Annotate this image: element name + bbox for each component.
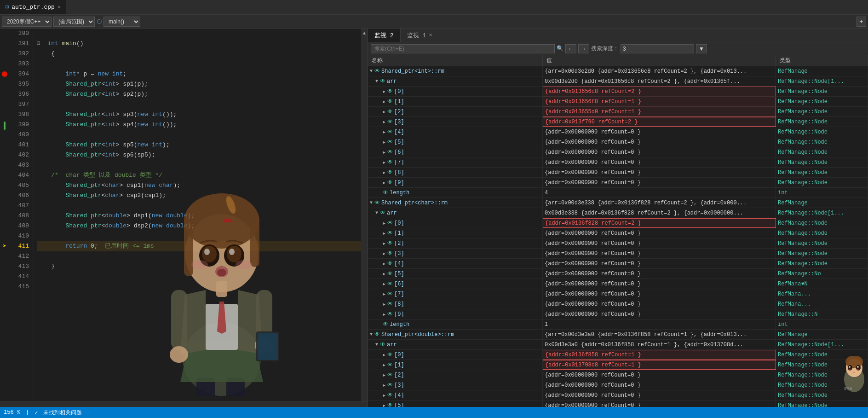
svg-rect-27 xyxy=(171,290,187,350)
code-line-414 xyxy=(37,272,361,282)
ln-414: 414 xyxy=(9,272,29,282)
depth-down-btn[interactable]: ▼ xyxy=(696,44,707,53)
expand-char-5[interactable] xyxy=(383,271,385,277)
watch-row-char-rm: 👁 Shared_ptr<char>::rm {arr=0x00d3e338 {… xyxy=(368,198,868,208)
ln-404: 404 xyxy=(9,170,29,180)
watch-table[interactable]: 名称 值 类型 👁 Shared_ptr<int>::rm {arr=0x00d… xyxy=(368,55,868,407)
cell-double-rm-name: 👁 Shared_ptr<double>::rm xyxy=(368,330,543,339)
cell-char-rm-name: 👁 Shared_ptr<char>::rm xyxy=(368,198,543,208)
code-line-400 xyxy=(37,130,361,140)
indicator-400 xyxy=(0,130,9,140)
watch-tab-1-close[interactable]: × xyxy=(429,32,432,39)
tab-close-btn[interactable]: × xyxy=(57,5,61,10)
watch-tab-bar: 监视 2 监视 1 × xyxy=(368,29,868,42)
expand-char-7[interactable] xyxy=(383,291,385,297)
expand-char-0[interactable] xyxy=(383,221,385,226)
expand-char-rm[interactable] xyxy=(370,200,373,205)
scroll-up-arrow[interactable]: ▲ xyxy=(363,30,366,37)
expand-int-9[interactable] xyxy=(383,180,385,186)
expand-char-1[interactable] xyxy=(383,231,385,236)
expand-int-1[interactable] xyxy=(383,99,385,104)
indicator-395 xyxy=(0,79,9,89)
expand-char-9[interactable] xyxy=(383,312,385,317)
code-scrollbar-right[interactable]: ▲ xyxy=(361,29,368,401)
expand-char-8[interactable] xyxy=(383,302,385,307)
watch-tab-1[interactable]: 监视 1 × xyxy=(401,29,439,42)
cell-double-1-value: {addr=0x013708d8 refCount=1 } xyxy=(543,360,776,370)
code-scrollbar-bottom[interactable] xyxy=(0,401,368,407)
cell-char-4-name: 👁[4] xyxy=(368,259,543,268)
cell-char-0-name: 👁[0] xyxy=(368,218,543,228)
code-line-413: } xyxy=(37,261,361,272)
cell-char-8-type: RefMana... xyxy=(776,299,868,309)
cell-int-6-value: {addr=0x00000000 refCount=0 } xyxy=(543,147,776,157)
expand-double-2[interactable] xyxy=(383,372,385,378)
scope-select[interactable]: (全局范围) xyxy=(53,17,95,27)
code-line-396: Shared_ptr<int> sp2(p); xyxy=(37,89,361,99)
depth-input[interactable] xyxy=(621,44,694,53)
func-select[interactable]: main() xyxy=(103,17,140,27)
watch-row-int-3: 👁 [3] {addr=0x013f790 refCount=2 } RefMa… xyxy=(368,117,868,127)
expand-int-2[interactable] xyxy=(383,109,385,115)
expand-int-arr[interactable] xyxy=(375,79,378,84)
expand-double-4[interactable] xyxy=(383,393,385,398)
expand-char-3[interactable] xyxy=(383,251,385,256)
ln-402: 402 xyxy=(9,150,29,160)
cell-char-4-value: {addr=0x00000000 refCount=0 } xyxy=(543,259,776,268)
expand-char-2[interactable] xyxy=(383,241,385,246)
expand-char-4[interactable] xyxy=(383,261,385,267)
ln-401: 401 xyxy=(9,140,29,150)
expand-double-arr[interactable] xyxy=(375,342,378,347)
nav-fwd-btn[interactable]: → xyxy=(578,44,589,53)
expand-double-3[interactable] xyxy=(383,383,385,388)
nav-back-btn[interactable]: ← xyxy=(565,44,576,53)
cell-double-5-type: RefManage::Node xyxy=(776,401,868,407)
expand-int-5[interactable] xyxy=(383,139,385,145)
cell-char-6-name: 👁[6] xyxy=(368,279,543,289)
cell-int-0-type: RefManage::Node xyxy=(776,87,868,96)
cell-char-len-value: 1 xyxy=(543,319,776,329)
expand-int-7[interactable] xyxy=(383,160,385,165)
search-icon[interactable]: 🔍 xyxy=(557,45,563,52)
expand-int-0[interactable] xyxy=(383,89,385,94)
cell-double-rm-value: {arr=0x00d3e3a0 {addr=0x0136f858 refCoun… xyxy=(543,330,776,339)
ln-390: 390 xyxy=(9,29,29,39)
watch-row-int-len: 👁length 4 int xyxy=(368,188,868,198)
check-circle-icon: ✓ xyxy=(34,409,38,416)
expand-char-arr[interactable] xyxy=(375,210,378,215)
toolbar: 2020寒假C++ (全局范围) ⬡ main() + xyxy=(0,15,868,29)
expand-int-3[interactable] xyxy=(383,119,385,125)
watch-tab-2[interactable]: 监视 2 xyxy=(368,29,401,42)
expand-char-6[interactable] xyxy=(383,281,385,287)
status-bar: 156 % | ✓ 未找到相关问题 xyxy=(0,407,868,418)
ln-397: 397 xyxy=(9,99,29,110)
expand-double-1[interactable] xyxy=(383,362,385,368)
cell-char-9-name: 👁[9] xyxy=(368,309,543,319)
expand-double-rm[interactable] xyxy=(370,332,373,337)
cell-char-5-value: {addr=0x00000000 refCount=0 } xyxy=(543,269,776,279)
cell-char-3-type: RefManage::Node xyxy=(776,249,868,258)
cell-int-9-value: {addr=0x00000000 refCount=0 } xyxy=(543,178,776,187)
expand-double-5[interactable] xyxy=(383,403,385,407)
watch-search-input[interactable] xyxy=(371,44,555,53)
expand-int-6[interactable] xyxy=(383,150,385,155)
svg-rect-1 xyxy=(196,377,215,396)
header-type: 类型 xyxy=(776,55,868,66)
tab-auto-ptr-cpp[interactable]: ⊞ auto_ptr.cpp × xyxy=(0,0,66,14)
expand-btn[interactable]: + xyxy=(857,17,866,27)
status-message: 未找到相关问题 xyxy=(43,409,82,417)
indicator-394[interactable] xyxy=(0,69,9,79)
code-content[interactable]: ⊟ int main() { int* p = new int; Shared_… xyxy=(33,29,361,401)
cell-double-4-type: RefManage::Node xyxy=(776,390,868,400)
breakpoint-394[interactable] xyxy=(2,71,7,77)
expand-int-rm[interactable] xyxy=(370,69,373,74)
project-select[interactable]: 2020寒假C++ xyxy=(2,17,52,27)
svg-rect-28 xyxy=(256,290,272,350)
cell-int-1-name: 👁 [1] xyxy=(368,97,543,106)
cell-char-2-value: {addr=0x00000000 refCount=0 } xyxy=(543,238,776,248)
cell-double-3-type: RefManage::Node xyxy=(776,380,868,390)
svg-marker-8 xyxy=(238,290,263,354)
expand-double-0[interactable] xyxy=(383,352,385,358)
expand-int-8[interactable] xyxy=(383,170,385,175)
expand-int-4[interactable] xyxy=(383,129,385,135)
